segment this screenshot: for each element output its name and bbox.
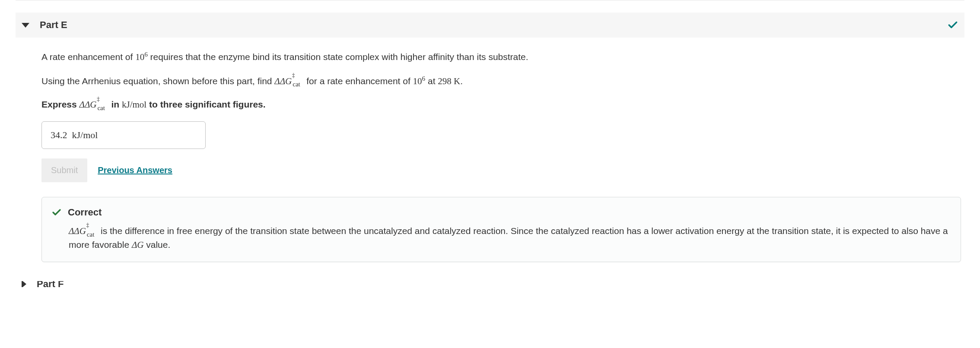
submit-button: Submit [41, 158, 87, 182]
feedback-title: Correct [68, 205, 102, 220]
next-part-title: Part F [37, 281, 64, 287]
part-title: Part E [40, 19, 67, 31]
question-para-1: A rate enhancement of 106 requires that … [41, 50, 961, 64]
check-icon [51, 207, 62, 218]
feedback-box: Correct ΔΔG‡cat is the difference in fre… [41, 197, 961, 262]
check-icon [947, 19, 958, 31]
part-body: A rate enhancement of 106 requires that … [16, 38, 964, 281]
express-instruction: Express ΔΔG‡cat in kJ/mol to three signi… [41, 98, 961, 112]
caret-right-icon [22, 281, 26, 287]
answer-units: kJ/mol [72, 130, 98, 140]
previous-answers-link[interactable]: Previous Answers [98, 164, 172, 177]
part-e-header[interactable]: Part E [16, 13, 964, 38]
feedback-text: ΔΔG‡cat is the difference in free energy… [51, 224, 951, 252]
answer-value: 34.2 [51, 130, 67, 140]
part-f-header[interactable]: Part F [16, 281, 964, 287]
caret-down-icon [22, 23, 29, 28]
answer-input[interactable]: 34.2 kJ/mol [41, 121, 206, 149]
question-para-2: Using the Arrhenius equation, shown befo… [41, 74, 961, 89]
